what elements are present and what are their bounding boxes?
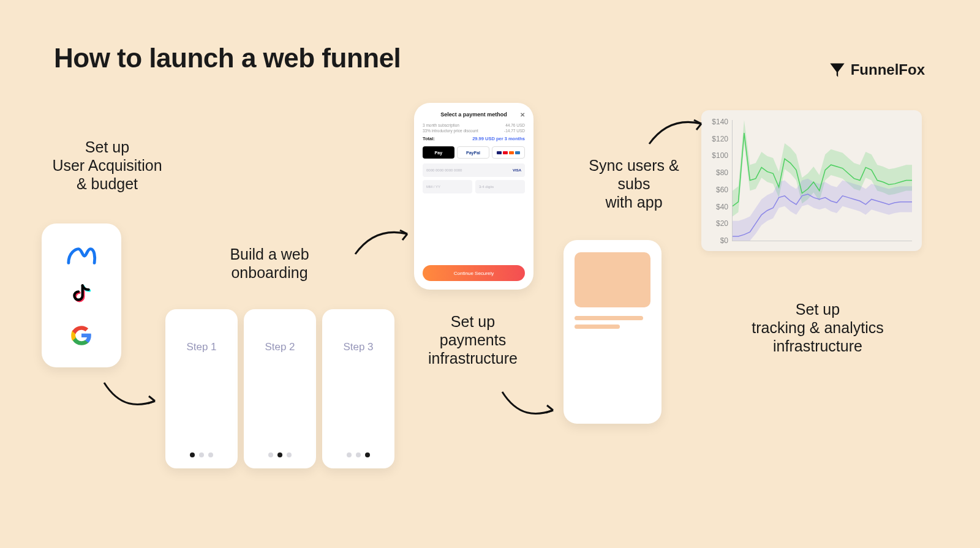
payment-method-buttons: Pay PayPal <box>423 146 525 159</box>
step-label: Step 3 <box>322 341 394 353</box>
close-icon: ✕ <box>520 111 525 118</box>
chart-y-axis-labels: $140$120$100$80$60$40$20$0 <box>707 118 728 245</box>
pager-dots <box>165 452 238 457</box>
analytics-chart: $140$120$100$80$60$40$20$0 <box>701 110 922 251</box>
card-cvv-input: 3-4 digits <box>475 180 525 193</box>
card-expiry-input: MM / YY <box>423 180 472 193</box>
continue-button: Continue Securely <box>423 265 525 281</box>
google-icon <box>66 320 97 351</box>
ua-sources-card <box>42 223 121 367</box>
chart-lines-icon <box>733 120 912 241</box>
chart-plot-area <box>732 120 912 241</box>
image-placeholder <box>575 252 650 307</box>
pager-dots <box>244 452 316 457</box>
step-label: Step 2 <box>244 341 316 353</box>
app-sync-mock <box>564 240 662 424</box>
payment-header: Select a payment method ✕ <box>423 111 525 118</box>
caption-user-acquisition: Set upUser Acquisition& budget <box>28 138 187 193</box>
text-placeholder-line <box>575 316 643 320</box>
page-title: How to launch a web funnel <box>54 43 401 73</box>
caption-payments: Set uppaymentsinfrastructure <box>393 312 552 367</box>
brand-logo: FunnelFox <box>829 61 925 78</box>
caption-sync: Sync users &subswith app <box>554 156 714 211</box>
brand-text: FunnelFox <box>851 61 925 78</box>
onboarding-step-3: Step 3 <box>322 309 394 468</box>
flow-arrow-icon <box>646 116 707 150</box>
funnelfox-icon <box>829 61 846 78</box>
meta-icon <box>66 240 97 272</box>
flow-arrow-icon <box>352 227 413 260</box>
card-brands-button <box>492 146 525 159</box>
paypal-button: PayPal <box>457 146 490 159</box>
onboarding-step-1: Step 1 <box>165 309 238 468</box>
payment-phone-mock: Select a payment method ✕ 3 month subscr… <box>414 103 533 290</box>
tiktok-icon <box>66 280 97 312</box>
caption-onboarding: Build a webonboarding <box>190 245 349 282</box>
text-placeholder-line <box>575 325 620 329</box>
onboarding-step-2: Step 2 <box>244 309 316 468</box>
card-number-input: 0000 0000 0000 0000 VISA <box>423 163 525 177</box>
pager-dots <box>322 452 394 457</box>
flow-arrow-icon <box>101 377 162 413</box>
step-label: Step 1 <box>165 341 238 353</box>
apple-pay-button: Pay <box>423 146 454 159</box>
flow-arrow-icon <box>499 386 560 422</box>
caption-tracking: Set uptracking & analyticsinfrastructure <box>714 300 922 355</box>
